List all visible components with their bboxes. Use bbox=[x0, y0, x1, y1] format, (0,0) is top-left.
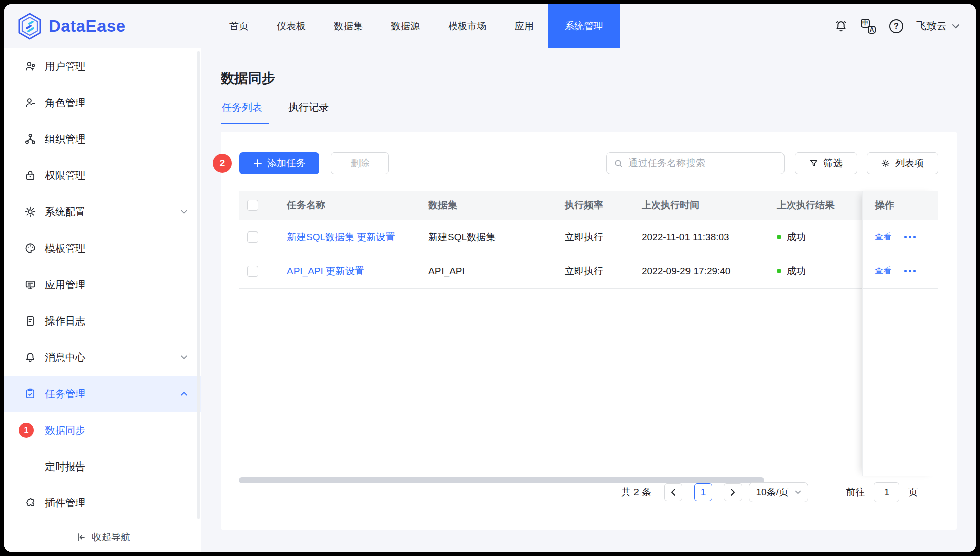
dataset-cell: 新建SQL数据集 bbox=[421, 230, 557, 244]
collapse-icon bbox=[75, 532, 86, 542]
more-actions-icon[interactable] bbox=[904, 270, 916, 272]
view-action-link[interactable]: 查看 bbox=[875, 231, 891, 242]
lock-icon bbox=[24, 169, 36, 181]
filter-funnel-icon bbox=[809, 159, 818, 168]
goto-page-input[interactable] bbox=[874, 482, 899, 502]
chevron-down-icon bbox=[180, 355, 188, 360]
column-settings-button[interactable]: 列表项 bbox=[867, 152, 938, 174]
nav-application[interactable]: 应用 bbox=[501, 4, 548, 48]
total-count: 共 2 条 bbox=[621, 486, 651, 499]
dataset-cell: API_API bbox=[421, 266, 557, 277]
delete-button[interactable]: 删除 bbox=[331, 152, 389, 174]
success-status-dot bbox=[777, 235, 781, 239]
sidebar-item-operation-log[interactable]: 操作日志 bbox=[4, 303, 201, 339]
status-text: 成功 bbox=[787, 230, 806, 244]
notification-bell-icon[interactable] bbox=[834, 19, 848, 33]
sidebar-item-user-management[interactable]: 用户管理 bbox=[4, 48, 201, 84]
sidebar-item-label: 角色管理 bbox=[45, 96, 85, 110]
page-title: 数据同步 bbox=[221, 69, 275, 87]
sidebar-item-message-center[interactable]: 消息中心 bbox=[4, 339, 201, 376]
filter-button[interactable]: 筛选 bbox=[795, 152, 857, 174]
dataease-logo-icon bbox=[17, 13, 42, 40]
prev-page-button[interactable] bbox=[664, 483, 682, 501]
sidebar-scrollbar[interactable] bbox=[197, 51, 200, 519]
add-task-button[interactable]: 添加任务 bbox=[239, 152, 319, 174]
translate-secondary-glyph: A bbox=[868, 26, 876, 34]
column-header-frequency: 执行频率 bbox=[557, 199, 634, 212]
chevron-up-icon bbox=[180, 392, 188, 396]
goto-label: 前往 bbox=[846, 486, 865, 499]
nav-system-management[interactable]: 系统管理 bbox=[548, 4, 620, 48]
tab-task-list[interactable]: 任务列表 bbox=[221, 101, 269, 124]
tab-execution-records[interactable]: 执行记录 bbox=[288, 101, 329, 124]
brand-name: DataEase bbox=[48, 17, 126, 36]
add-task-label: 添加任务 bbox=[267, 157, 306, 170]
sidebar-item-system-config[interactable]: 系统配置 bbox=[4, 194, 201, 230]
status-text: 成功 bbox=[787, 265, 806, 278]
columns-label: 列表项 bbox=[895, 157, 924, 170]
nav-dashboard[interactable]: 仪表板 bbox=[263, 4, 320, 48]
delete-label: 删除 bbox=[351, 157, 370, 170]
sidebar-item-label: 用户管理 bbox=[45, 60, 85, 73]
users-icon bbox=[24, 60, 36, 72]
nav-dataset[interactable]: 数据集 bbox=[320, 4, 377, 48]
more-actions-icon[interactable] bbox=[904, 236, 916, 238]
table-row: 新建SQL数据集 更新设置 新建SQL数据集 立即执行 2022-11-01 1… bbox=[239, 220, 938, 254]
page-size-value: 10条/页 bbox=[756, 486, 788, 499]
column-header-task-name: 任务名称 bbox=[279, 199, 421, 212]
table-header-row: 任务名称 数据集 执行频率 上次执行时间 上次执行结果 bbox=[239, 191, 938, 220]
column-settings-gear-icon bbox=[881, 159, 890, 168]
page-number-button[interactable]: 1 bbox=[694, 483, 712, 501]
content-tabs: 任务列表 执行记录 bbox=[221, 101, 329, 124]
sidebar-item-app-management[interactable]: 应用管理 bbox=[4, 266, 201, 303]
user-menu[interactable]: 飞致云 bbox=[916, 19, 960, 33]
main-content: 数据同步 任务列表 执行记录 2 添加任务 删除 bbox=[201, 48, 976, 552]
sidebar-item-role-management[interactable]: 角色管理 bbox=[4, 84, 201, 121]
sidebar-item-label: 数据同步 bbox=[45, 424, 85, 437]
task-name-link[interactable]: 新建SQL数据集 更新设置 bbox=[287, 231, 395, 242]
sidebar-item-template-management[interactable]: 模板管理 bbox=[4, 230, 201, 266]
task-search bbox=[606, 152, 785, 174]
page-size-select[interactable]: 10条/页 bbox=[749, 482, 808, 502]
nav-template-market[interactable]: 模板市场 bbox=[434, 4, 501, 48]
org-tree-icon bbox=[24, 133, 36, 145]
sidebar-item-permission-management[interactable]: 权限管理 bbox=[4, 157, 201, 194]
brand-logo[interactable]: DataEase bbox=[17, 4, 126, 48]
monitor-icon bbox=[24, 279, 36, 291]
clipboard-check-icon bbox=[24, 388, 36, 400]
sidebar-item-plugin-management[interactable]: 插件管理 bbox=[4, 485, 201, 521]
user-role-icon bbox=[24, 97, 36, 109]
view-action-link[interactable]: 查看 bbox=[875, 266, 891, 276]
sidebar-item-data-sync[interactable]: 1 数据同步 bbox=[4, 412, 201, 448]
success-status-dot bbox=[777, 269, 781, 273]
row-checkbox[interactable] bbox=[247, 266, 258, 277]
nav-datasource[interactable]: 数据源 bbox=[377, 4, 434, 48]
plus-icon bbox=[253, 159, 262, 168]
add-task-badge: 2 bbox=[213, 154, 232, 173]
language-translate-icon[interactable]: 中 A bbox=[861, 19, 876, 34]
collapse-nav-button[interactable]: 收起导航 bbox=[4, 522, 201, 552]
next-page-button[interactable] bbox=[724, 483, 742, 501]
operations-fixed-column: 操作 查看 查看 bbox=[862, 191, 938, 476]
sidebar-item-scheduled-report[interactable]: 定时报告 bbox=[4, 448, 201, 485]
user-name: 飞致云 bbox=[916, 19, 947, 33]
operations-cell: 查看 bbox=[863, 220, 938, 254]
task-table: 任务名称 数据集 执行频率 上次执行时间 上次执行结果 新建SQL数据集 更新设… bbox=[239, 191, 938, 477]
task-list-card: 2 添加任务 删除 筛选 bbox=[221, 132, 957, 530]
chevron-down-icon bbox=[180, 210, 188, 214]
frequency-cell: 立即执行 bbox=[557, 265, 634, 278]
search-input[interactable] bbox=[628, 158, 777, 169]
column-header-last-exec-result: 上次执行结果 bbox=[769, 199, 862, 212]
task-name-link[interactable]: API_API 更新设置 bbox=[287, 266, 364, 276]
sidebar-item-task-management[interactable]: 任务管理 bbox=[4, 376, 201, 412]
row-checkbox[interactable] bbox=[247, 231, 258, 243]
palette-icon bbox=[24, 242, 36, 254]
sidebar-item-label: 操作日志 bbox=[45, 314, 85, 328]
select-all-checkbox[interactable] bbox=[247, 200, 258, 211]
help-icon[interactable]: ? bbox=[889, 19, 903, 33]
sidebar-item-org-management[interactable]: 组织管理 bbox=[4, 121, 201, 157]
sidebar-item-label: 组织管理 bbox=[45, 132, 85, 146]
nav-home[interactable]: 首页 bbox=[215, 4, 263, 48]
sidebar-item-label: 消息中心 bbox=[45, 351, 85, 364]
sidebar-item-label: 任务管理 bbox=[45, 387, 85, 401]
